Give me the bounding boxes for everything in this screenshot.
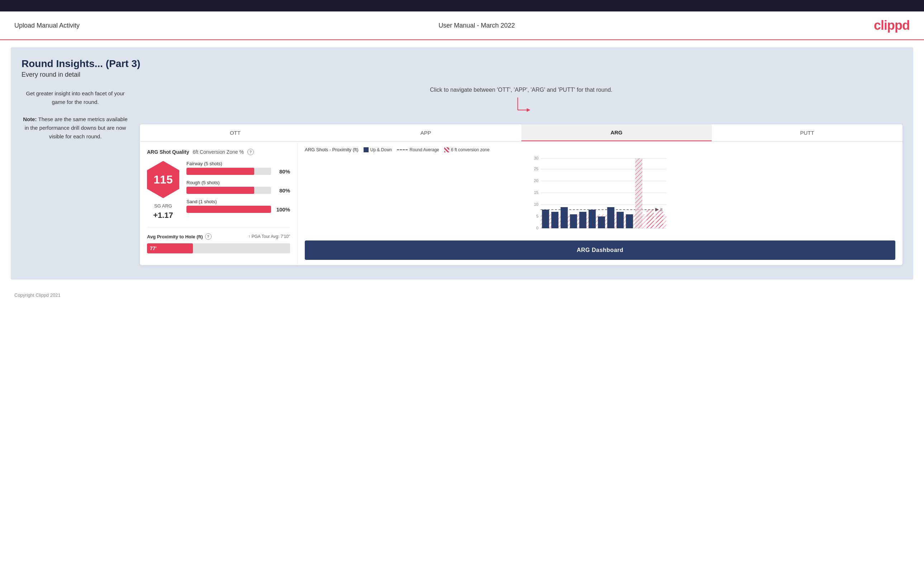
conversion-zone-label: 6ft Conversion Zone % [192,149,244,155]
main-content: Round Insights... (Part 3) Every round i… [11,47,913,280]
svg-rect-29 [607,207,615,228]
right-panel: Click to navigate between 'OTT', 'APP', … [140,85,903,265]
card-body: ARG Shot Quality 6ft Conversion Zone % ?… [140,142,903,265]
bar-sand-bg [186,206,271,213]
chart-header: ARG Shots - Proximity (ft) Up & Down Rou… [305,147,895,152]
legend-dashed-icon [397,150,408,150]
note-body: These are the same metrics available in … [25,116,128,139]
bar-rough-pct: 80% [274,187,290,193]
legend-updown-label: Up & Down [370,147,392,152]
bar-sand-label: Sand (1 shots) [186,199,290,204]
svg-rect-30 [617,212,624,228]
arg-left-section: ARG Shot Quality 6ft Conversion Zone % ?… [140,142,297,265]
arg-dashboard-button[interactable]: ARG Dashboard [305,240,895,260]
chart-area: 0 5 10 15 20 25 30 [305,156,895,235]
bar-rough: Rough (5 shots) 80% [186,180,290,194]
tab-arg[interactable]: ARG [521,124,712,141]
chart-title: ARG Shots - Proximity (ft) [305,147,359,152]
content-area: Get greater insight into each facet of y… [21,85,903,265]
tab-putt[interactable]: PUTT [712,124,903,141]
clippd-logo: clippd [874,18,909,33]
proximity-value: 77' [150,245,157,251]
sg-label: SG ARG [154,203,172,209]
svg-rect-24 [561,207,568,228]
footer: Copyright Clippd 2021 [0,287,924,303]
insight-text: Get greater insight into each facet of y… [26,90,124,105]
upload-manual-link[interactable]: Upload Manual Activity [15,22,79,29]
header: Upload Manual Activity User Manual - Mar… [0,11,924,40]
score-hexagon: 115 [147,161,179,198]
legend-conversion-zone: 6 ft conversion zone [444,147,489,152]
annotation-insight: Get greater insight into each facet of y… [21,85,129,144]
svg-text:5: 5 [536,214,538,218]
bar-sand-fill [186,206,271,213]
bar-fairway-bg [186,168,271,175]
bar-rough-bg [186,187,271,194]
bar-sand-pct: 100% [274,206,290,213]
bar-sand: Sand (1 shots) 100% [186,199,290,213]
bar-sand-track: 100% [186,206,290,213]
left-panel: Get greater insight into each facet of y… [21,85,129,265]
top-bar [0,0,924,11]
note-label: Note: [23,116,37,122]
proximity-help-icon[interactable]: ? [205,233,212,240]
svg-rect-28 [598,216,605,228]
conversion-bars: Fairway (5 shots) 80% Rou [186,161,290,218]
copyright-text: Copyright Clippd 2021 [15,292,61,298]
svg-marker-2 [527,108,530,112]
proximity-section: Avg Proximity to Hole (ft) ? ↑ PGA Tour … [147,227,290,253]
sg-value: +1.17 [153,211,173,220]
bar-fairway-label: Fairway (5 shots) [186,161,290,166]
document-title: User Manual - March 2022 [438,22,515,29]
proximity-label: Avg Proximity to Hole (ft) ? [147,233,212,240]
shot-quality-label: ARG Shot Quality [147,149,189,155]
score-value: 115 [153,173,173,186]
bar-fairway: Fairway (5 shots) 80% [186,161,290,175]
proximity-bar-fill: 77' [147,243,193,253]
help-icon[interactable]: ? [247,149,254,155]
bar-fairway-fill [186,168,254,175]
svg-text:15: 15 [534,190,538,195]
svg-text:25: 25 [534,167,538,171]
svg-rect-23 [551,212,559,228]
svg-text:20: 20 [534,179,538,183]
legend-hatch-icon [444,147,449,152]
score-wrapper: 115 SG ARG +1.17 [147,161,179,220]
chart-svg: 0 5 10 15 20 25 30 [305,156,895,235]
nav-annotation-text: Click to navigate between 'OTT', 'APP', … [430,85,612,94]
svg-rect-26 [580,212,586,228]
insights-card: OTT APP ARG PUTT ARG Shot Quality 6ft Co… [140,124,903,265]
svg-rect-31 [626,214,633,228]
page-subtitle: Every round in detail [21,71,903,79]
nav-annotation: Click to navigate between 'OTT', 'APP', … [140,85,903,119]
tabs: OTT APP ARG PUTT [140,124,903,142]
proximity-bar-track: 77' [147,243,290,253]
tab-ott[interactable]: OTT [140,124,331,141]
bar-rough-track: 80% [186,187,290,194]
shot-quality-header: ARG Shot Quality 6ft Conversion Zone % ? [147,149,290,155]
bar-fairway-pct: 80% [274,168,290,174]
legend-round-avg-label: Round Average [409,147,439,152]
bar-fairway-track: 80% [186,168,290,175]
legend-round-avg: Round Average [397,147,439,152]
svg-rect-33 [635,158,643,228]
svg-text:0: 0 [536,226,538,230]
svg-text:30: 30 [534,156,538,160]
legend-updown-icon [363,147,368,152]
legend-conversion-label: 6 ft conversion zone [451,147,489,152]
tab-app[interactable]: APP [331,124,521,141]
page-title: Round Insights... (Part 3) [21,58,903,69]
legend-updown: Up & Down [363,147,392,152]
pga-label: ↑ PGA Tour Avg: 7'10" [248,234,290,239]
bar-rough-fill [186,187,254,194]
chart-section: ARG Shots - Proximity (ft) Up & Down Rou… [297,142,903,265]
arrow-line [507,96,536,119]
svg-rect-25 [570,214,577,228]
svg-text:10: 10 [534,202,538,206]
proximity-header: Avg Proximity to Hole (ft) ? ↑ PGA Tour … [147,233,290,240]
bar-rough-label: Rough (5 shots) [186,180,290,185]
svg-rect-34 [647,210,654,228]
svg-rect-35 [656,210,663,228]
score-and-bars: 115 SG ARG +1.17 Fairway (5 shots) [147,161,290,220]
svg-rect-27 [589,210,596,228]
